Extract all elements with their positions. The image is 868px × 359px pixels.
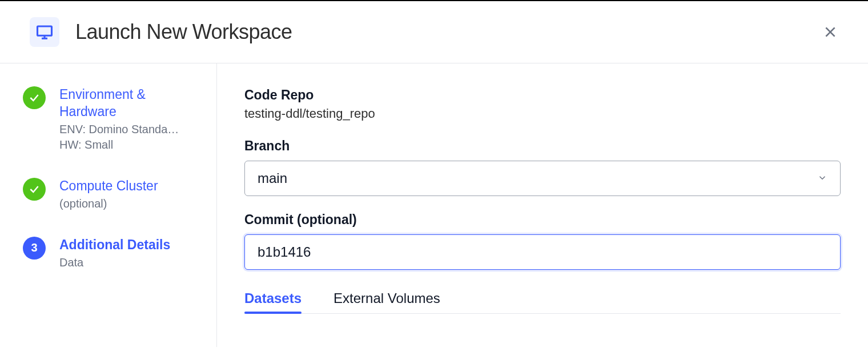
branch-select-value: main [258,170,287,186]
commit-label: Commit (optional) [244,212,841,228]
branch-label: Branch [244,138,841,154]
check-icon [29,184,40,195]
step-subtitle-env: ENV: Domino Standa… [59,122,203,137]
main-panel: Code Repo testing-ddl/testing_repo Branc… [217,63,868,347]
step-title: Compute Cluster [59,178,158,195]
step-subtitle-hw: HW: Small [59,137,203,153]
step-body: Compute Cluster (optional) [59,178,158,212]
step-status-done-icon [23,86,46,109]
step-number-badge: 3 [23,237,46,260]
step-title: Additional Details [59,237,170,254]
branch-select[interactable]: main [244,161,841,196]
data-tabs: Datasets External Volumes [244,290,841,314]
step-additional-details[interactable]: 3 Additional Details Data [23,237,203,270]
step-body: Environment & Hardware ENV: Domino Stand… [59,86,203,153]
chevron-down-icon [817,170,827,186]
step-subtitle: (optional) [59,196,158,212]
close-icon [823,25,838,39]
code-repo-label: Code Repo [244,87,841,103]
svg-rect-0 [38,26,52,35]
commit-field: Commit (optional) [244,212,841,270]
branch-field: Branch main [244,138,841,196]
check-icon [29,92,40,103]
dialog-title: Launch New Workspace [75,20,292,44]
dialog-body: Environment & Hardware ENV: Domino Stand… [0,63,868,347]
code-repo-value: testing-ddl/testing_repo [244,106,841,121]
step-title: Environment & Hardware [59,86,203,121]
steps-sidebar: Environment & Hardware ENV: Domino Stand… [0,63,217,347]
dialog-header: Launch New Workspace [0,1,868,63]
close-button[interactable] [820,22,841,42]
step-subtitle: Data [59,255,170,270]
step-compute-cluster[interactable]: Compute Cluster (optional) [23,178,203,212]
tab-external-volumes[interactable]: External Volumes [333,290,440,313]
tab-datasets[interactable]: Datasets [244,290,302,313]
step-environment-hardware[interactable]: Environment & Hardware ENV: Domino Stand… [23,86,203,153]
workspace-monitor-icon [30,17,59,47]
step-body: Additional Details Data [59,237,170,270]
commit-input[interactable] [244,234,841,270]
step-status-done-icon [23,178,46,201]
